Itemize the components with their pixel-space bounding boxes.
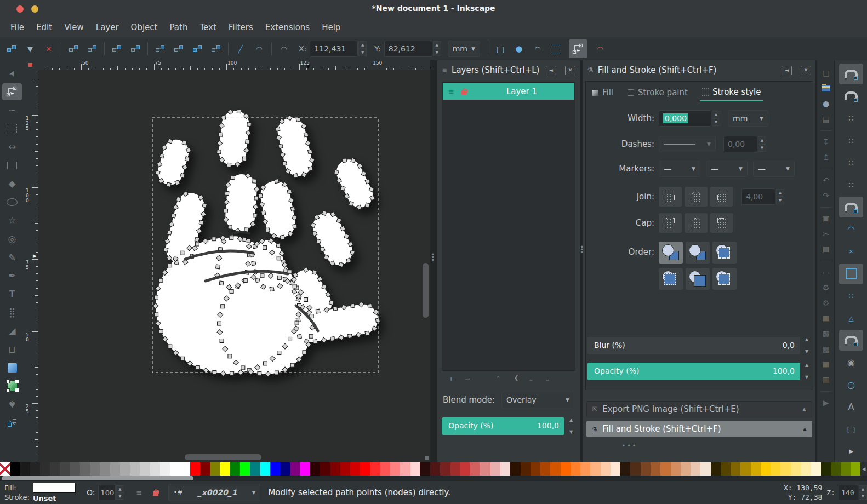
color-swatch[interactable] <box>590 462 600 476</box>
butt-cap-button[interactable] <box>659 213 682 233</box>
layer-opacity-spinner[interactable]: ▲▼ <box>567 418 575 434</box>
color-swatch[interactable] <box>450 462 460 476</box>
color-swatch[interactable] <box>731 462 740 476</box>
group-button[interactable]: ▦ <box>817 357 835 371</box>
blur-slider[interactable]: Blur (%) 0,0 <box>587 337 800 354</box>
zoom-drawing-button[interactable]: ▭ <box>817 265 835 279</box>
color-swatch[interactable] <box>550 462 560 476</box>
close-panel-button[interactable]: ✕ <box>565 66 575 75</box>
color-swatch[interactable] <box>380 462 390 476</box>
show-path-outline-toggle[interactable] <box>569 39 587 58</box>
preferences-button[interactable]: ⚙ <box>817 280 835 295</box>
star-tool[interactable]: ☆ <box>2 212 22 229</box>
menu-help[interactable]: Help <box>316 20 346 35</box>
color-swatch[interactable] <box>841 462 851 476</box>
vertical-ruler[interactable]: 125100755025▶ <box>24 70 39 462</box>
color-swatch[interactable] <box>240 462 250 476</box>
layer-unlocked-icon[interactable] <box>153 491 158 496</box>
menu-path[interactable]: Path <box>163 20 193 35</box>
color-swatch[interactable] <box>100 462 110 476</box>
snap-nodes-toggle[interactable] <box>839 197 863 217</box>
edit-mask-toggle[interactable]: ◠ <box>592 41 608 56</box>
snap-path-intersections-toggle[interactable]: ✕ <box>839 241 863 262</box>
delete-node-button[interactable]: ✕ <box>41 41 57 56</box>
export-png-bar[interactable]: ⇱ Export PNG Image (Shift+Ctrl+E) ▲ <box>586 401 812 417</box>
snap-page-border-toggle[interactable]: ▢ <box>839 419 863 439</box>
color-swatch[interactable] <box>140 462 150 476</box>
layer-opacity-slider[interactable]: Opacity (%) 100,0 <box>442 417 564 435</box>
color-swatch[interactable] <box>521 462 531 476</box>
mid-marker-dropdown[interactable]: —▼ <box>706 161 748 177</box>
snap-text-baselines-toggle[interactable]: A <box>839 397 863 417</box>
color-swatch[interactable] <box>751 462 761 476</box>
node-symmetric-button[interactable] <box>189 41 206 56</box>
fill-stroke-bar[interactable]: ⚗ Fill and Stroke (Shift+Ctrl+F) ▲ <box>586 421 812 437</box>
paint-order-stroke-fill-markers[interactable] <box>686 242 710 264</box>
color-swatch[interactable] <box>200 462 210 476</box>
color-swatch[interactable] <box>360 462 370 476</box>
color-swatch[interactable] <box>30 462 40 476</box>
color-swatch[interactable] <box>410 462 420 476</box>
tweak-tool[interactable]: ~ <box>2 101 22 118</box>
menu-object[interactable]: Object <box>125 20 164 35</box>
start-marker-dropdown[interactable]: —▼ <box>659 161 700 177</box>
color-swatch[interactable] <box>620 462 630 476</box>
stroke-width-spinner[interactable]: ▲▼ <box>712 111 720 126</box>
color-swatch[interactable] <box>540 462 550 476</box>
color-swatch[interactable] <box>651 462 660 476</box>
bevel-join-button[interactable] <box>710 187 733 207</box>
cut-button[interactable]: ✂ <box>817 227 835 241</box>
color-swatch[interactable] <box>761 462 771 476</box>
raise-to-top-button[interactable]: ⌃ <box>490 375 506 383</box>
palette-scrollbar[interactable] <box>0 476 867 481</box>
color-swatch[interactable] <box>771 462 780 476</box>
round-join-button[interactable] <box>685 187 708 207</box>
raise-layer-button[interactable]: 《 <box>506 374 523 383</box>
opacity-spinner[interactable]: ▲▼ <box>802 363 811 380</box>
paint-order-markers-stroke-fill[interactable] <box>659 268 683 290</box>
color-swatch[interactable] <box>160 462 170 476</box>
new-document-button[interactable]: ▢ <box>817 66 835 80</box>
color-swatch[interactable] <box>190 462 200 476</box>
color-swatch[interactable] <box>40 462 50 476</box>
color-swatch[interactable] <box>350 462 360 476</box>
color-swatch[interactable] <box>480 462 490 476</box>
paint-order-fill-markers-stroke[interactable] <box>686 268 710 290</box>
mesh-tool[interactable] <box>2 377 22 394</box>
show-transform-handles-toggle[interactable]: ▢ <box>492 41 509 56</box>
insert-node-button[interactable] <box>3 41 20 56</box>
handprint-drawing[interactable] <box>38 70 430 462</box>
paint-order-markers-fill-stroke[interactable] <box>712 242 737 264</box>
color-swatch[interactable] <box>280 462 290 476</box>
redo-button[interactable]: ↷ <box>817 188 835 203</box>
layer-visibility-icon[interactable]: ≡ <box>136 489 142 497</box>
fill-color-swatch[interactable] <box>33 483 76 493</box>
export-button[interactable]: ↥ <box>817 150 835 164</box>
color-swatch[interactable] <box>801 462 811 476</box>
color-swatch[interactable] <box>681 462 691 476</box>
node-auto-button[interactable] <box>208 41 224 56</box>
object-opacity-spinner[interactable]: ▲▼ <box>116 485 124 500</box>
color-swatch[interactable] <box>80 462 90 476</box>
object-to-path-button[interactable]: ◠ <box>276 41 292 56</box>
stroke-width-unit-dropdown[interactable]: mm▼ <box>728 110 768 127</box>
color-swatch[interactable] <box>571 462 580 476</box>
color-swatch[interactable] <box>400 462 410 476</box>
ungroup-button[interactable]: ▦ <box>817 373 835 387</box>
undock-panel-button[interactable]: ◄ <box>546 66 556 75</box>
color-swatch[interactable] <box>641 462 651 476</box>
paint-bucket-tool[interactable]: ⊔ <box>2 341 22 358</box>
miter-join-button[interactable] <box>659 187 682 207</box>
more-toggle[interactable]: ▶ <box>839 441 863 462</box>
lower-layer-button[interactable]: ⌄ <box>523 375 539 383</box>
dock-resize-handle[interactable]: ••• <box>431 253 434 261</box>
snap-others-toggle[interactable] <box>839 330 863 351</box>
undo-button[interactable]: ↶ <box>817 173 835 187</box>
connector-tool[interactable] <box>2 414 22 431</box>
color-swatch[interactable] <box>791 462 801 476</box>
remove-layer-button[interactable]: − <box>459 375 476 383</box>
color-swatch[interactable] <box>250 462 260 476</box>
box3d-tool[interactable]: ◆ <box>2 175 22 192</box>
dash-offset-field[interactable]: 0,00 <box>723 136 757 152</box>
color-swatch[interactable] <box>270 462 280 476</box>
